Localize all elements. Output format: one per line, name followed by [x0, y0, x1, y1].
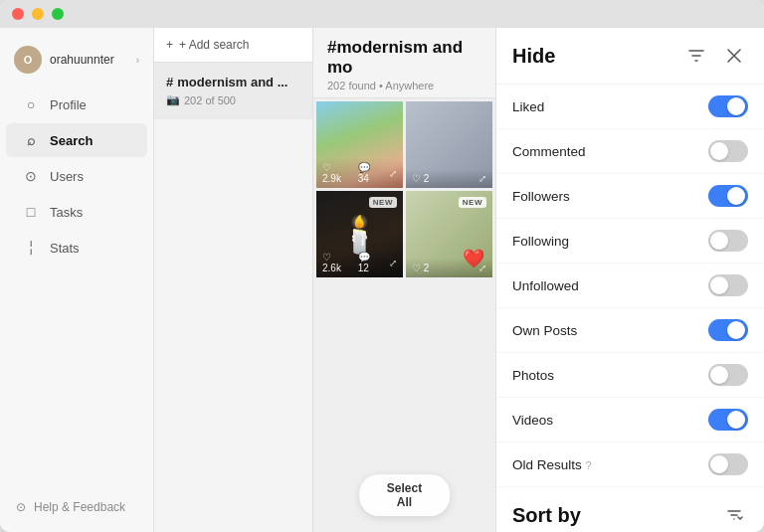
main-grid: #modernism and mo 202 found • Anywhere ♡… [313, 28, 495, 532]
sidebar-label-users: Users [50, 169, 84, 184]
add-search-button[interactable]: + + Add search [154, 28, 312, 63]
stats-icon: ╎ [22, 240, 40, 256]
new-badge-3: NEW [459, 197, 486, 208]
sort-title: Sort by [512, 504, 720, 527]
avatar: O [14, 46, 42, 74]
search-panel: + + Add search # modernism and ... 📷 202… [154, 28, 313, 532]
filter-toggle-following[interactable] [708, 230, 748, 252]
likes-0: ♡ 2.9k [322, 162, 350, 184]
sidebar-item-users[interactable]: ⊙ Users [6, 159, 147, 193]
sidebar-label-tasks: Tasks [50, 205, 83, 220]
filter-label-following: Following [512, 234, 708, 249]
close-icon-button[interactable] [720, 42, 748, 70]
sidebar-label-profile: Profile [50, 97, 87, 112]
filter-label-unfollowed: Unfollowed [512, 278, 708, 293]
filter-toggle-videos[interactable] [708, 409, 748, 431]
likes-3: ♡ 2 [412, 263, 429, 273]
filter-row-liked: Liked [496, 85, 764, 129]
image-card-3[interactable]: NEW ❤️ ♡ 2 ⤢ [406, 191, 492, 277]
dot-maximize[interactable] [52, 8, 64, 20]
image-card-1[interactable]: ♡ 2 ⤢ [406, 101, 492, 188]
sort-icon [720, 501, 748, 529]
content-area: + + Add search # modernism and ... 📷 202… [154, 28, 764, 532]
grid-images: ♡ 2.9k 💬 34 ⤢ ♡ 2 ⤢ NEW [313, 98, 495, 280]
help-icon: ⊙ [16, 500, 26, 514]
sidebar-label-search: Search [50, 133, 93, 148]
titlebar [0, 0, 764, 28]
expand-icon-3: ⤢ [478, 263, 486, 273]
sidebar-nav: ○ Profile ⌕ Search ⊙ Users □ Tasks ╎ S [0, 84, 153, 268]
filter-toggle-own-posts[interactable] [708, 319, 748, 341]
image-footer-1: ♡ 2 ⤢ [406, 169, 492, 188]
plus-icon: + [166, 38, 173, 52]
question-mark: ? [586, 459, 592, 471]
filter-row-old-results: Old Results ? [496, 443, 764, 487]
filter-toggle-old-results[interactable] [708, 453, 748, 475]
filter-row-followers: Followers [496, 174, 764, 219]
search-item-count-value: 202 of 500 [184, 94, 236, 106]
app-window: O orahuunnter › ○ Profile ⌕ Search ⊙ Use… [0, 0, 764, 532]
grid-title: #modernism and mo [327, 38, 481, 78]
add-search-label: + Add search [179, 38, 249, 52]
post-icon: 📷 [166, 93, 180, 106]
sidebar-username: orahuunnter [50, 53, 128, 67]
filter-row-videos: Videos [496, 398, 764, 443]
users-icon: ⊙ [22, 168, 40, 184]
expand-icon-1: ⤢ [478, 173, 486, 184]
filter-header-icons [682, 42, 748, 70]
comments-0: 💬 34 [358, 162, 381, 184]
filter-label-liked: Liked [512, 99, 708, 114]
image-card-2[interactable]: NEW 🕯️ ♡ 2.6k 💬 12 ⤢ [316, 191, 403, 277]
filter-label-own-posts: Own Posts [512, 323, 708, 338]
select-all-button[interactable]: Select All [359, 474, 451, 516]
expand-icon-0: ⤢ [389, 168, 397, 179]
filter-row-following: Following [496, 219, 764, 264]
filter-toggle-photos[interactable] [708, 364, 748, 386]
expand-icon-2: ⤢ [389, 258, 397, 268]
image-footer-3: ♡ 2 ⤢ [406, 259, 492, 277]
sidebar-item-search[interactable]: ⌕ Search [6, 123, 147, 157]
grid-meta: 202 found • Anywhere [327, 80, 481, 91]
sort-header: Sort by [496, 487, 764, 532]
filter-header: Hide [496, 28, 764, 85]
filter-toggle-liked[interactable] [708, 95, 748, 117]
filter-label-old-results: Old Results ? [512, 457, 708, 472]
filter-label-followers: Followers [512, 189, 708, 204]
sidebar-label-stats: Stats [50, 241, 80, 256]
sidebar-user[interactable]: O orahuunnter › [0, 36, 153, 84]
search-icon: ⌕ [22, 132, 40, 148]
tasks-icon: □ [22, 204, 40, 220]
hash-icon: # [166, 75, 173, 89]
filter-toggle-commented[interactable] [708, 140, 748, 162]
grid-wrapper: ♡ 2.9k 💬 34 ⤢ ♡ 2 ⤢ NEW [313, 98, 495, 532]
sidebar-item-profile[interactable]: ○ Profile [6, 88, 147, 121]
filter-label-commented: Commented [512, 144, 708, 159]
profile-icon: ○ [22, 96, 40, 112]
likes-2: ♡ 2.6k [322, 252, 350, 273]
search-item-count: 📷 202 of 500 [166, 93, 300, 106]
filter-toggle-followers[interactable] [708, 185, 748, 207]
search-item-card[interactable]: # modernism and ... 📷 202 of 500 [154, 63, 312, 119]
image-footer-0: ♡ 2.9k 💬 34 ⤢ [316, 158, 403, 188]
comments-2: 💬 12 [358, 252, 381, 273]
sidebar-item-stats[interactable]: ╎ Stats [6, 231, 147, 265]
grid-location: Anywhere [385, 80, 434, 91]
search-item-name: modernism and ... [177, 75, 287, 89]
filter-title: Hide [512, 45, 682, 68]
filter-toggle-unfollowed[interactable] [708, 274, 748, 296]
dot-close[interactable] [12, 8, 24, 20]
dot-minimize[interactable] [32, 8, 44, 20]
sidebar-item-tasks[interactable]: □ Tasks [6, 195, 147, 229]
filter-icon-button[interactable] [682, 42, 710, 70]
image-card-0[interactable]: ♡ 2.9k 💬 34 ⤢ [316, 101, 403, 188]
filter-label-photos: Photos [512, 368, 708, 383]
sidebar: O orahuunnter › ○ Profile ⌕ Search ⊙ Use… [0, 28, 154, 532]
sidebar-footer-help[interactable]: ⊙ Help & Feedback [0, 490, 153, 524]
filter-row-unfollowed: Unfollowed [496, 264, 764, 308]
filter-label-videos: Videos [512, 413, 708, 428]
search-item-title: # modernism and ... [166, 75, 300, 89]
image-footer-2: ♡ 2.6k 💬 12 ⤢ [316, 248, 403, 277]
filter-row-commented: Commented [496, 129, 764, 174]
sidebar-footer-label: Help & Feedback [34, 500, 125, 514]
main-layout: O orahuunnter › ○ Profile ⌕ Search ⊙ Use… [0, 28, 764, 532]
